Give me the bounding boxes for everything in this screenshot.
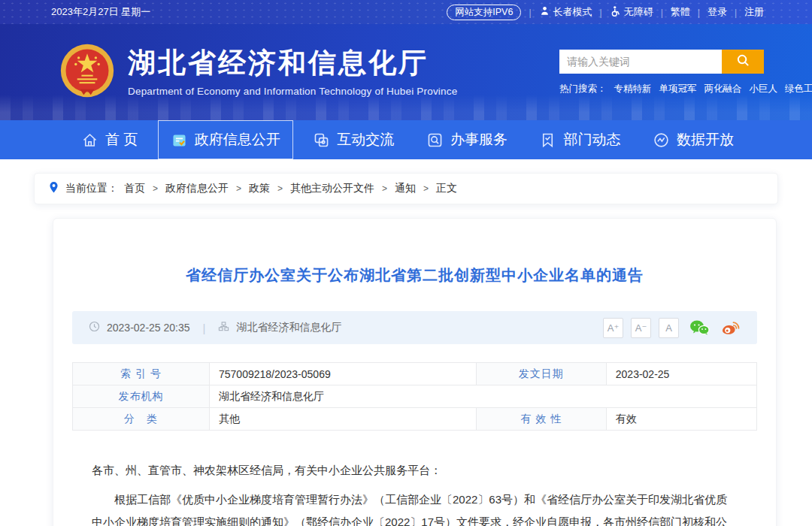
breadcrumb-current[interactable]: 正文: [436, 182, 457, 195]
publish-date-label: 发文日期: [476, 363, 606, 385]
article-meta-bar: 2023-02-25 20:35 | 湖北省经济和信息化厅 A⁺ A⁻ A: [72, 311, 757, 344]
top-utility-bar: 2023年2月27日 星期一 网站支持IPV6 长者模式 无障碍 繁體 登录 注…: [0, 0, 812, 24]
font-reset-button[interactable]: A: [659, 318, 679, 338]
breadcrumb-separator: >: [382, 183, 387, 194]
elder-mode-link[interactable]: 长者模式: [539, 5, 592, 19]
search-square-icon: [426, 132, 444, 149]
site-header: 湖北省经济和信息化厅 Department of Economy and Inf…: [0, 24, 812, 120]
index-number-value: 757009218/2023-05069: [210, 363, 477, 385]
breadcrumb-separator: >: [423, 183, 429, 194]
document-check-icon: [171, 132, 188, 149]
font-smaller-button[interactable]: A⁻: [631, 318, 651, 338]
register-link[interactable]: 注册: [744, 5, 764, 19]
breadcrumb-label: 当前位置：: [65, 182, 118, 195]
table-row: 发布机构 湖北省经济和信息化厅: [73, 385, 757, 408]
accessibility-icon: [610, 5, 621, 19]
site-subtitle-en: Department of Economy and Information Te…: [128, 86, 457, 97]
divider: [661, 7, 663, 18]
breadcrumb-other-docs[interactable]: 其他主动公开文件: [290, 182, 374, 195]
table-row: 索 引 号 757009218/2023-05069 发文日期 2023-02-…: [73, 363, 757, 385]
breadcrumb-gov-info[interactable]: 政府信息公开: [165, 182, 229, 195]
hot-search-term[interactable]: 单项冠军: [659, 83, 697, 95]
wechat-share-icon[interactable]: [689, 319, 710, 337]
breadcrumb-separator: >: [236, 183, 241, 194]
organization-icon: [218, 321, 229, 334]
search-icon: [736, 53, 750, 70]
current-date: 2023年2月27日 星期一: [51, 5, 150, 19]
publish-org-label: 发布机构: [73, 385, 210, 408]
divider: [600, 7, 602, 18]
divider: |: [203, 322, 206, 334]
table-row: 分 类 其他 有 效 性 有效: [73, 408, 757, 431]
body-paragraph: 根据工信部《优质中小企业梯度培育管理暂行办法》（工信部企业〔2022〕63号）和…: [92, 488, 738, 526]
hot-search-label: 热门搜索：: [559, 83, 607, 95]
nav-item-open-data[interactable]: 数据开放: [641, 120, 746, 159]
traditional-chinese-link[interactable]: 繁體: [671, 5, 690, 19]
article-title: 省经信厅办公室关于公布湖北省第二批创新型中小企业名单的通告: [72, 264, 757, 286]
home-icon: [81, 132, 98, 149]
font-larger-button[interactable]: A⁺: [603, 318, 623, 338]
breadcrumb-home[interactable]: 首页: [124, 182, 145, 195]
search-input[interactable]: [559, 50, 722, 74]
article-card: 省经信厅办公室关于公布湖北省第二批创新型中小企业名单的通告 2023-02-25…: [53, 218, 777, 526]
main-nav: 首 页 政府信息公开 互动交流 办事服务: [0, 120, 812, 159]
hot-search-term[interactable]: 专精特新: [614, 83, 652, 95]
site-search: [559, 50, 764, 74]
hot-search-term[interactable]: 小巨人: [750, 83, 778, 95]
category-label: 分 类: [73, 408, 210, 431]
chat-bubbles-icon: [313, 132, 330, 149]
breadcrumb-separator: >: [277, 183, 283, 194]
accessibility-link[interactable]: 无障碍: [610, 5, 653, 19]
search-button[interactable]: [722, 50, 764, 74]
divider: [529, 7, 531, 18]
hot-search-term[interactable]: 两化融合: [704, 83, 742, 95]
person-icon: [539, 5, 550, 19]
hot-search-row: 热门搜索： 专精特新 单项冠军 两化融合 小巨人 绿色工厂: [559, 83, 764, 95]
site-title: 湖北省经济和信息化厅: [128, 47, 457, 80]
nav-item-gov-info[interactable]: 政府信息公开: [158, 120, 293, 159]
validity-value: 有效: [606, 408, 756, 431]
publish-date-value: 2023-02-25: [606, 363, 756, 385]
breadcrumb-separator: >: [153, 183, 158, 194]
ipv6-badge[interactable]: 网站支持IPV6: [447, 5, 521, 20]
nav-item-services[interactable]: 办事服务: [414, 120, 520, 159]
hot-search-term[interactable]: 绿色工厂: [785, 83, 812, 95]
validity-label: 有 效 性: [476, 408, 606, 431]
category-value: 其他: [210, 408, 477, 431]
breadcrumb: 当前位置： 首页 > 政府信息公开 > 政策 > 其他主动公开文件 > 通知 >…: [34, 173, 778, 204]
index-number-label: 索 引 号: [73, 363, 210, 385]
divider: [698, 7, 700, 18]
login-link[interactable]: 登录: [707, 5, 727, 19]
divider: [735, 7, 737, 18]
publish-org-value: 湖北省经济和信息化厅: [210, 385, 757, 408]
article-body: 各市、州、直管市、神农架林区经信局，有关中小企业公共服务平台： 根据工信部《优质…: [72, 459, 757, 526]
breadcrumb-policy[interactable]: 政策: [249, 182, 270, 195]
body-paragraph: 各市、州、直管市、神农架林区经信局，有关中小企业公共服务平台：: [92, 459, 738, 482]
nav-item-home[interactable]: 首 页: [69, 120, 150, 159]
publish-datetime: 2023-02-25 20:35: [107, 322, 190, 334]
site-brand[interactable]: 湖北省经济和信息化厅 Department of Economy and Inf…: [59, 42, 457, 102]
breadcrumb-notice[interactable]: 通知: [395, 182, 416, 195]
clock-icon: [89, 321, 100, 334]
publish-source: 湖北省经济和信息化厅: [236, 321, 341, 334]
nav-item-interaction[interactable]: 互动交流: [301, 120, 406, 159]
pulse-circle-icon: [653, 132, 670, 149]
bookmark-check-icon: [539, 132, 556, 149]
document-info-table: 索 引 号 757009218/2023-05069 发文日期 2023-02-…: [72, 362, 757, 431]
national-emblem-logo: [59, 42, 116, 102]
nav-item-department-news[interactable]: 部门动态: [527, 120, 632, 159]
weibo-share-icon[interactable]: [720, 319, 741, 337]
location-pin-icon: [48, 181, 59, 196]
